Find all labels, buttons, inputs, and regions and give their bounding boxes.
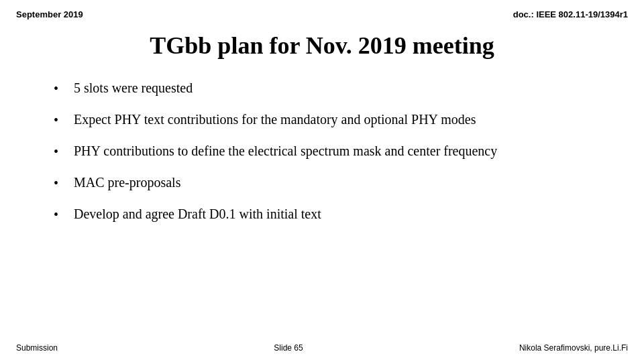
header-doc: doc.: IEEE 802.11-19/1394r1 [513,9,628,19]
slide-header: September 2019 doc.: IEEE 802.11-19/1394… [0,0,644,19]
bullet-text: MAC pre-proposals [74,173,590,192]
slide-title: TGbb plan for Nov. 2019 meeting [27,32,617,60]
list-item: •PHY contributions to define the electri… [54,141,590,161]
slide-footer: Submission Slide 65 Nikola Serafimovski,… [0,343,644,353]
bullet-icon: • [54,79,68,98]
bullet-list: •5 slots were requested•Expect PHY text … [54,78,590,224]
bullet-text: Develop and agree Draft D0.1 with initia… [74,204,590,223]
header-date: September 2019 [16,9,83,19]
list-item: •MAC pre-proposals [54,173,590,192]
slide: September 2019 doc.: IEEE 802.11-19/1394… [0,0,644,362]
bullet-icon: • [54,111,68,129]
bullet-icon: • [54,205,68,224]
content-section: •5 slots were requested•Expect PHY text … [0,78,644,224]
bullet-icon: • [54,142,68,161]
bullet-text: 5 slots were requested [74,78,590,97]
bullet-icon: • [54,174,68,192]
footer-right: Nikola Serafimovski, pure.Li.Fi [519,343,628,353]
footer-center: Slide 65 [274,343,303,353]
bullet-text: Expect PHY text contributions for the ma… [74,110,590,129]
list-item: •Develop and agree Draft D0.1 with initi… [54,204,590,224]
list-item: •5 slots were requested [54,78,590,98]
title-section: TGbb plan for Nov. 2019 meeting [0,19,644,78]
list-item: •Expect PHY text contributions for the m… [54,110,590,129]
bullet-text: PHY contributions to define the electric… [74,141,590,160]
footer-left: Submission [16,343,58,353]
